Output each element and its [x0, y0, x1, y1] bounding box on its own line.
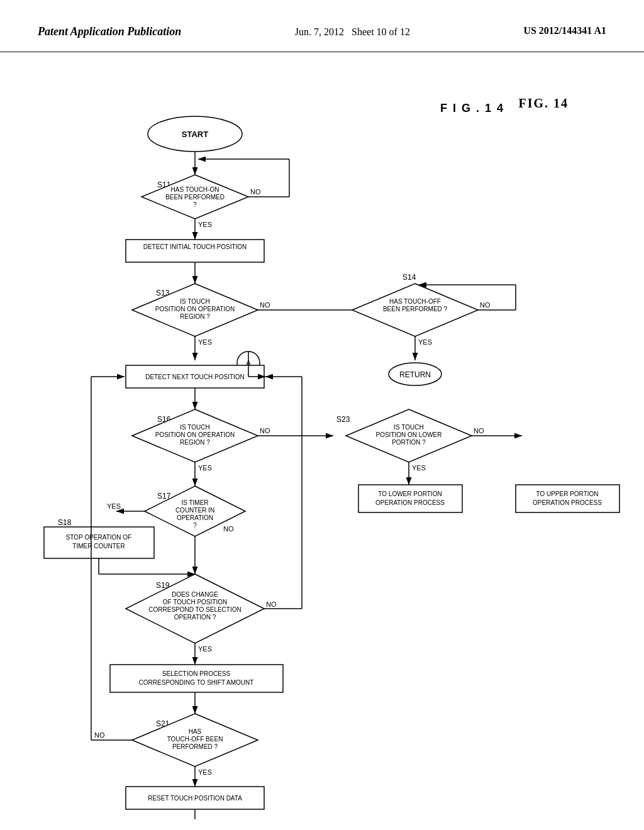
svg-text:POSITION ON LOWER: POSITION ON LOWER [375, 431, 441, 438]
header-center: Jun. 7, 2012 Sheet 10 of 12 [295, 25, 410, 39]
svg-text:PERFORMED ?: PERFORMED ? [172, 743, 218, 750]
svg-text:STOP OPERATION OF: STOP OPERATION OF [66, 534, 131, 541]
svg-text:NO: NO [223, 525, 234, 533]
svg-text:NO: NO [260, 427, 270, 434]
svg-text:RESET TOUCH POSITION DATA: RESET TOUCH POSITION DATA [148, 795, 242, 802]
svg-text:REGION ?: REGION ? [180, 439, 210, 446]
svg-text:YES: YES [198, 645, 212, 653]
svg-text:TOUCH-OFF BEEN: TOUCH-OFF BEEN [167, 736, 223, 743]
svg-rect-101 [110, 665, 283, 692]
svg-text:SELECTION PROCESS: SELECTION PROCESS [162, 670, 231, 677]
svg-text:F I G .  1 4: F I G . 1 4 [440, 102, 504, 114]
svg-text:OPERATION ?: OPERATION ? [174, 614, 216, 621]
svg-text:S23: S23 [336, 415, 350, 424]
svg-text:OPERATION: OPERATION [177, 514, 213, 521]
svg-text:CORRESPONDING TO SHIFT AMOUNT: CORRESPONDING TO SHIFT AMOUNT [139, 679, 254, 686]
svg-rect-66 [358, 485, 462, 512]
svg-text:BEEN PERFORMED ?: BEEN PERFORMED ? [383, 306, 448, 313]
svg-text:HAS TOUCH-OFF: HAS TOUCH-OFF [389, 298, 441, 305]
svg-text:?: ? [193, 522, 197, 529]
svg-text:HAS TOUCH-ON: HAS TOUCH-ON [171, 186, 219, 193]
svg-text:IS TOUCH: IS TOUCH [394, 424, 423, 431]
svg-text:IS TOUCH: IS TOUCH [180, 298, 209, 305]
svg-text:NO: NO [94, 731, 105, 739]
svg-text:START: START [182, 130, 208, 139]
header-date: Jun. 7, 2012 [295, 26, 344, 37]
svg-text:POSITION ON OPERATION: POSITION ON OPERATION [155, 306, 235, 313]
svg-text:OF TOUCH POSITION: OF TOUCH POSITION [163, 599, 227, 606]
svg-text:YES: YES [198, 338, 212, 346]
svg-text:PORTION ?: PORTION ? [392, 439, 426, 446]
header-left: Patent Application Publication [38, 25, 181, 38]
svg-text:?: ? [193, 201, 197, 208]
svg-text:IS TOUCH: IS TOUCH [180, 424, 209, 431]
svg-text:S18: S18 [58, 518, 72, 527]
svg-text:BEEN PERFORMED: BEEN PERFORMED [165, 194, 225, 201]
svg-text:S14: S14 [402, 273, 416, 282]
svg-text:YES: YES [418, 338, 432, 346]
svg-text:HAS: HAS [189, 728, 202, 735]
svg-text:NO: NO [474, 427, 484, 434]
svg-text:NO: NO [266, 600, 277, 608]
svg-text:YES: YES [198, 221, 212, 228]
svg-text:TO LOWER PORTION: TO LOWER PORTION [378, 490, 441, 497]
svg-text:TO UPPER PORTION: TO UPPER PORTION [536, 490, 598, 497]
svg-text:YES: YES [107, 502, 121, 510]
svg-text:NO: NO [260, 301, 270, 309]
header-sheet: Sheet 10 of 12 [352, 26, 410, 37]
svg-text:DETECT INITIAL TOUCH POSITION: DETECT INITIAL TOUCH POSITION [143, 243, 247, 250]
svg-text:OPERATION PROCESS: OPERATION PROCESS [533, 499, 602, 506]
svg-rect-69 [516, 485, 619, 512]
svg-text:TIMER COUNTER: TIMER COUNTER [72, 543, 125, 550]
svg-text:NO: NO [250, 188, 261, 196]
flowchart-svg: START S11 HAS TOUCH-ON BEEN PERFORMED ? … [0, 52, 644, 819]
svg-text:YES: YES [198, 464, 212, 472]
header-right: US 2012/144341 A1 [523, 25, 606, 36]
svg-text:YES: YES [198, 768, 212, 776]
svg-text:RETURN: RETURN [399, 370, 431, 379]
svg-text:CORRESPOND TO SELECTION: CORRESPOND TO SELECTION [148, 606, 241, 613]
svg-text:DETECT NEXT TOUCH POSITION: DETECT NEXT TOUCH POSITION [145, 374, 245, 380]
svg-text:IS TIMER: IS TIMER [181, 499, 208, 506]
svg-text:DOES CHANGE: DOES CHANGE [172, 591, 218, 598]
page-header: Patent Application Publication Jun. 7, 2… [0, 0, 644, 52]
svg-text:NO: NO [480, 301, 491, 309]
svg-text:REGION ?: REGION ? [180, 313, 210, 320]
svg-text:COUNTER IN: COUNTER IN [175, 507, 214, 514]
svg-text:OPERATION PROCESS: OPERATION PROCESS [375, 499, 445, 506]
diagram-area: FIG. 14 START S11 HAS TOUCH-ON BEEN PERF… [0, 52, 644, 819]
svg-text:YES: YES [412, 464, 426, 472]
svg-text:POSITION ON OPERATION: POSITION ON OPERATION [155, 431, 235, 438]
